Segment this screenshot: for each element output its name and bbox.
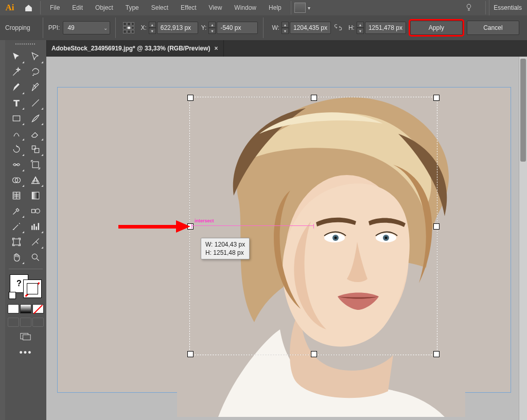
chevron-down-icon: ▾ <box>308 5 310 11</box>
tooltip-w: W: 1204,43 px <box>205 240 245 249</box>
menu-select[interactable]: Select <box>145 0 174 15</box>
blend-tool[interactable] <box>27 204 44 218</box>
gradient-tool[interactable] <box>27 188 44 203</box>
menu-view[interactable]: View <box>203 0 229 15</box>
y-value[interactable]: -540 px <box>217 22 258 34</box>
paintbrush-tool[interactable] <box>27 111 44 126</box>
color-mode-gradient[interactable] <box>20 304 31 313</box>
h-value[interactable]: 1251,478 px <box>365 22 406 34</box>
workspace-switcher[interactable]: Essentials <box>489 0 527 15</box>
w-value[interactable]: 1204,435 px <box>290 22 331 34</box>
free-transform-tool[interactable] <box>27 157 44 172</box>
crop-handle[interactable] <box>187 351 194 357</box>
h-field[interactable]: ▲▼ 1251,478 px <box>357 22 406 34</box>
scale-tool[interactable] <box>27 142 44 156</box>
crop-handle[interactable] <box>187 95 194 101</box>
menu-type[interactable]: Type <box>119 0 145 15</box>
artboard-tool[interactable] <box>8 235 25 249</box>
scrollbar-thumb[interactable] <box>520 59 526 162</box>
magic-wand-tool[interactable] <box>8 65 25 79</box>
lasso-tool[interactable] <box>27 65 44 79</box>
svg-rect-10 <box>13 239 20 245</box>
direct-selection-tool[interactable] <box>27 49 44 64</box>
draw-mode-row <box>8 318 44 327</box>
crop-handle[interactable] <box>433 351 440 357</box>
menu-bar: Ai File Edit Object Type Select Effect V… <box>0 0 527 16</box>
w-field[interactable]: ▲▼ 1204,435 px <box>282 22 331 34</box>
svg-rect-8 <box>31 209 35 213</box>
apply-button[interactable]: Apply <box>410 21 463 35</box>
svg-rect-3 <box>32 162 39 168</box>
shape-builder-tool[interactable] <box>8 173 25 187</box>
column-graph-tool[interactable] <box>27 219 44 234</box>
spinner[interactable]: ▲▼ <box>208 22 216 34</box>
spinner[interactable]: ▲▼ <box>282 22 289 34</box>
slice-tool[interactable] <box>27 235 44 249</box>
color-mode-solid[interactable] <box>8 304 19 313</box>
home-button[interactable] <box>20 4 37 12</box>
width-tool[interactable] <box>8 157 25 172</box>
menu-effect[interactable]: Effect <box>174 0 202 15</box>
spinner[interactable]: ▲▼ <box>149 22 156 34</box>
edit-toolbar-button[interactable]: ••• <box>20 347 32 358</box>
crop-handle[interactable] <box>433 95 440 101</box>
menu-object[interactable]: Object <box>89 0 119 15</box>
ppi-dropdown[interactable]: 49 ⌄ <box>63 21 110 34</box>
crop-handle[interactable] <box>311 95 317 101</box>
type-tool[interactable] <box>8 96 25 110</box>
draw-normal[interactable] <box>8 318 19 327</box>
document-tab-title: AdobeStock_234956919.jpg* @ 33,33% (RGB/… <box>51 45 210 52</box>
vertical-scrollbar[interactable] <box>519 57 527 420</box>
cancel-button[interactable]: Cancel <box>467 21 519 35</box>
default-fill-stroke[interactable] <box>9 292 16 299</box>
curvature-tool[interactable] <box>27 80 44 95</box>
separator <box>40 1 41 14</box>
crop-handle[interactable] <box>311 351 317 357</box>
shaper-tool[interactable] <box>8 127 25 141</box>
tools-panel: ? ••• <box>5 40 47 420</box>
link-wh-toggle[interactable] <box>334 23 342 33</box>
color-mode-none[interactable] <box>32 304 44 313</box>
menu-window[interactable]: Window <box>228 0 262 15</box>
draw-behind[interactable] <box>20 318 31 327</box>
screen-mode-button[interactable] <box>19 332 33 341</box>
svg-rect-1 <box>32 146 36 149</box>
close-icon[interactable]: × <box>215 45 218 52</box>
menu-file[interactable]: File <box>44 0 66 15</box>
fill-stroke-swatches[interactable]: ? <box>9 273 43 299</box>
x-field[interactable]: ▲▼ 622,913 px <box>149 22 198 34</box>
crop-handle[interactable] <box>433 223 440 230</box>
svg-rect-7 <box>32 192 39 199</box>
eyedropper-tool[interactable] <box>8 204 25 218</box>
x-value[interactable]: 622,913 px <box>157 22 198 34</box>
spinner[interactable]: ▲▼ <box>357 22 364 34</box>
selection-tool[interactable] <box>8 49 25 64</box>
y-field[interactable]: ▲▼ -540 px <box>208 22 258 34</box>
symbol-sprayer-tool[interactable] <box>8 219 25 234</box>
menu-help[interactable]: Help <box>262 0 288 15</box>
separator <box>9 269 43 269</box>
control-bar: Cropping PPI: 49 ⌄ X: ▲▼ 622,913 px Y: ▲… <box>0 15 527 41</box>
zoom-tool[interactable] <box>27 250 44 265</box>
document-tab[interactable]: AdobeStock_234956919.jpg* @ 33,33% (RGB/… <box>46 40 224 57</box>
eraser-tool[interactable] <box>27 127 44 141</box>
mesh-tool[interactable] <box>8 188 25 203</box>
h-label: H: <box>348 24 355 31</box>
canvas[interactable]: intersect W: 1204,43 px H: 1251,48 px <box>46 57 527 420</box>
w-label: W: <box>272 24 279 31</box>
hand-tool[interactable] <box>8 250 25 265</box>
arrange-documents-button[interactable] <box>294 3 306 13</box>
line-segment-tool[interactable] <box>27 96 44 110</box>
reference-point-selector[interactable] <box>123 22 134 33</box>
draw-inside[interactable] <box>32 318 44 327</box>
pen-tool[interactable] <box>8 80 25 95</box>
color-mode-row <box>8 304 44 313</box>
rotate-tool[interactable] <box>8 142 25 156</box>
ppi-label: PPI: <box>48 24 60 31</box>
panel-grip[interactable] <box>5 40 46 47</box>
rectangle-tool[interactable] <box>8 111 25 126</box>
stroke-swatch[interactable] <box>23 279 42 298</box>
menu-edit[interactable]: Edit <box>66 0 89 15</box>
perspective-grid-tool[interactable] <box>27 173 44 187</box>
discover-button[interactable] <box>465 3 473 13</box>
